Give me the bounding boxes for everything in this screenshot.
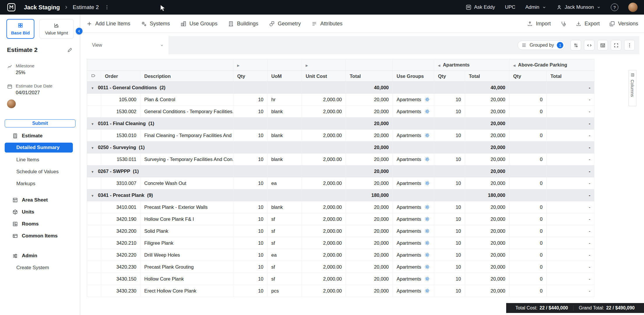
apartments-qty-cell[interactable]: 10 <box>434 201 465 213</box>
toolbar-button-attributes[interactable]: Attributes <box>311 21 342 27</box>
use-group-gear-icon[interactable] <box>424 216 430 222</box>
uom-cell[interactable]: blank <box>268 130 302 141</box>
row-tag-cell[interactable] <box>87 94 101 106</box>
above-grade-total-cell[interactable]: - <box>547 225 594 237</box>
column-group-apartments[interactable]: ◀Apartments <box>434 59 509 71</box>
above-grade-qty-cell[interactable] <box>509 165 547 177</box>
uom-cell[interactable] <box>268 165 302 177</box>
unit-cost-cell[interactable]: 2,000.00 <box>302 94 346 106</box>
row-tag-cell[interactable] <box>87 237 101 249</box>
row-tag-column-header[interactable] <box>87 71 101 82</box>
qty-cell[interactable]: 10 <box>233 130 268 141</box>
tab-base-bid[interactable]: Base Bid <box>6 19 34 39</box>
description-cell[interactable]: Hollow Core Plank <box>140 273 233 285</box>
col-unit-cost[interactable]: Unit Cost <box>302 71 346 82</box>
line-item-row[interactable]: 3430.230Erect Hollow Core Plank10pcs2,00… <box>87 285 594 297</box>
sidebar-collapse-button[interactable] <box>76 28 82 34</box>
group-row[interactable]: ▼0011 - General Conditions (2)40,00040,0… <box>87 82 594 94</box>
use-group-gear-icon[interactable] <box>424 132 430 138</box>
qty-cell[interactable] <box>233 141 268 153</box>
apartments-total-cell[interactable]: 20,000 <box>465 213 509 225</box>
breadcrumb-project[interactable]: Jack Staging <box>24 4 60 11</box>
col-use-groups[interactable]: Use Groups <box>393 71 434 82</box>
description-cell[interactable]: Precast Plank Grouting <box>140 261 233 273</box>
use-groups-cell[interactable]: Apartments <box>393 94 434 106</box>
line-item-row[interactable]: 3420.230Precast Plank Grouting10sf2,000.… <box>87 261 594 273</box>
user-avatar[interactable] <box>628 3 638 12</box>
uom-cell[interactable] <box>268 189 302 201</box>
line-item-row[interactable]: 1530.002General Conditions - Temporary F… <box>87 106 594 118</box>
total-cell[interactable]: 20,000 <box>346 118 393 130</box>
uom-cell[interactable]: sf <box>268 261 302 273</box>
apartments-qty-cell[interactable]: 10 <box>434 130 465 141</box>
use-group-gear-icon[interactable] <box>424 276 430 282</box>
use-groups-cell[interactable]: Apartments <box>393 213 434 225</box>
above-grade-qty-cell[interactable]: 0 <box>509 285 547 297</box>
row-tag-cell[interactable] <box>87 225 101 237</box>
qty-cell[interactable]: 10 <box>233 285 268 297</box>
sidebar-item-admin[interactable]: Admin <box>0 250 80 262</box>
uom-cell[interactable] <box>268 82 302 94</box>
use-groups-cell[interactable]: Apartments <box>393 237 434 249</box>
qty-cell[interactable]: 10 <box>233 261 268 273</box>
sidebar-item-markups[interactable]: Markups <box>0 178 80 190</box>
order-cell[interactable]: 3420.230 <box>101 261 140 273</box>
total-cell[interactable]: 20,000 <box>346 153 393 165</box>
use-groups-cell[interactable]: Apartments <box>393 201 434 213</box>
above-grade-total-cell[interactable]: - <box>547 177 594 189</box>
unit-cost-cell[interactable] <box>302 82 346 94</box>
col-apartments-qty[interactable]: Qty <box>434 71 465 82</box>
qty-cell[interactable] <box>233 165 268 177</box>
use-groups-cell[interactable] <box>393 118 434 130</box>
total-cell[interactable]: 20,000 <box>346 201 393 213</box>
description-cell[interactable]: Concrete Wash Out <box>140 177 233 189</box>
apartments-total-cell[interactable]: 20,000 <box>465 285 509 297</box>
above-grade-qty-cell[interactable]: 0 <box>509 130 547 141</box>
total-cell[interactable]: 20,000 <box>346 213 393 225</box>
uom-cell[interactable]: ea <box>268 249 302 261</box>
group-label-cell[interactable]: ▼0250 - Surveying (1) <box>87 141 233 153</box>
grouped-by-button[interactable]: Grouped by 1 <box>518 41 565 50</box>
qty-cell[interactable]: 10 <box>233 249 268 261</box>
above-grade-total-cell[interactable]: - <box>547 94 594 106</box>
total-cell[interactable]: 20,000 <box>346 130 393 141</box>
estimator-avatar[interactable] <box>7 99 16 108</box>
unit-cost-cell[interactable] <box>302 189 346 201</box>
above-grade-qty-cell[interactable]: 0 <box>509 249 547 261</box>
versions-button[interactable]: Versions <box>609 21 638 27</box>
apartments-qty-cell[interactable]: 10 <box>434 237 465 249</box>
above-grade-total-cell[interactable]: - <box>547 153 594 165</box>
apartments-qty-cell[interactable] <box>434 189 465 201</box>
group-row[interactable]: ▼0250 - Surveying (1)20,00020,000- <box>87 141 594 153</box>
sidebar-item-schedule-of-values[interactable]: Schedule of Values <box>0 166 80 178</box>
above-grade-total-cell[interactable]: - <box>547 261 594 273</box>
row-tag-cell[interactable] <box>87 177 101 189</box>
columns-panel-tab[interactable]: Columns <box>629 70 636 106</box>
above-grade-qty-cell[interactable]: 0 <box>509 106 547 118</box>
qty-cell[interactable]: 10 <box>233 177 268 189</box>
apartments-total-cell[interactable]: 180,000 <box>465 189 509 201</box>
toolbar-button-add-line-items[interactable]: Add Line Items <box>86 21 130 27</box>
above-grade-qty-cell[interactable]: 0 <box>509 225 547 237</box>
total-cell[interactable]: 20,000 <box>346 237 393 249</box>
above-grade-qty-cell[interactable] <box>509 189 547 201</box>
apartments-total-cell[interactable]: 20,000 <box>465 237 509 249</box>
table-view-button[interactable] <box>597 40 608 50</box>
row-tag-cell[interactable] <box>87 261 101 273</box>
uom-cell[interactable]: sf <box>268 213 302 225</box>
unit-cost-cell[interactable]: 2,000.00 <box>302 213 346 225</box>
above-grade-total-cell[interactable]: - <box>547 285 594 297</box>
apartments-total-cell[interactable]: 20,000 <box>465 249 509 261</box>
apartments-total-cell[interactable]: 20,000 <box>465 118 509 130</box>
use-groups-cell[interactable]: Apartments <box>393 273 434 285</box>
order-cell[interactable]: 3420.190 <box>101 213 140 225</box>
row-tag-cell[interactable] <box>87 273 101 285</box>
above-grade-total-cell[interactable]: - <box>547 165 594 177</box>
formula-view-button[interactable] <box>584 40 594 50</box>
row-tag-cell[interactable] <box>87 130 101 141</box>
collapse-group-icon[interactable]: ▼ <box>91 146 94 150</box>
use-groups-cell[interactable]: Apartments <box>393 177 434 189</box>
sidebar-item-units[interactable]: Units <box>0 206 80 218</box>
use-group-gear-icon[interactable] <box>424 97 430 102</box>
line-item-row[interactable]: 3420.210Filigree Plank10sf2,000.0020,000… <box>87 237 594 249</box>
